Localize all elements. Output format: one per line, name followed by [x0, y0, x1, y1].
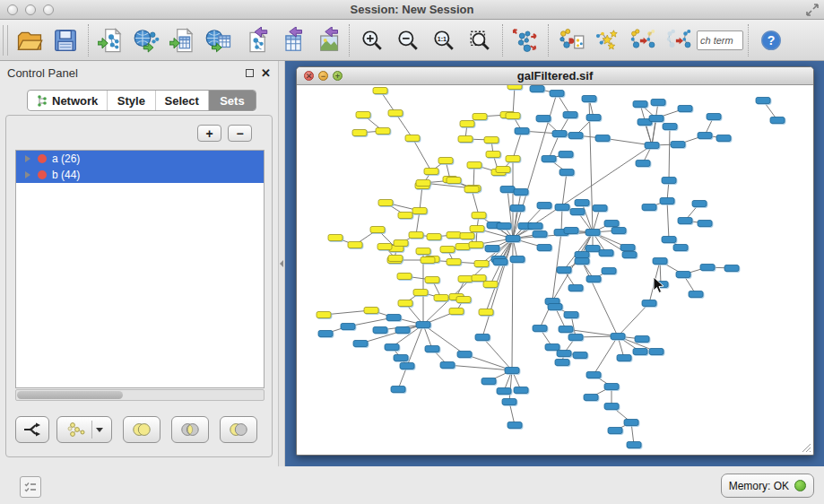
network-close-button[interactable]: ✕ [304, 71, 314, 81]
graph-node[interactable] [604, 221, 619, 227]
graph-node[interactable] [622, 252, 637, 258]
graph-node-selected[interactable] [398, 300, 412, 307]
graph-node[interactable] [756, 98, 770, 104]
graph-node[interactable] [698, 133, 712, 139]
graph-node[interactable] [595, 135, 610, 142]
graph-node-selected[interactable] [467, 162, 481, 169]
graph-node-selected[interactable] [496, 167, 510, 173]
import-table-from-url-button[interactable] [201, 22, 237, 58]
graph-node[interactable] [653, 258, 667, 265]
minimize-window-button[interactable] [25, 4, 36, 15]
graph-node-selected[interactable] [348, 242, 362, 248]
new-network-selected-nodes-all-edges-button[interactable] [625, 22, 661, 58]
graph-node-selected[interactable] [413, 290, 428, 296]
graph-node-selected[interactable] [483, 282, 498, 288]
graph-node[interactable] [475, 335, 490, 341]
graph-node[interactable] [559, 152, 573, 158]
graph-node[interactable] [497, 388, 511, 395]
graph-node[interactable] [582, 96, 596, 102]
graph-node[interactable] [555, 204, 569, 211]
panel-splitter[interactable] [278, 61, 285, 466]
close-panel-icon[interactable]: ✕ [261, 67, 271, 79]
graph-node-selected[interactable] [378, 200, 393, 206]
graph-node[interactable] [692, 201, 707, 207]
graph-node-selected[interactable] [364, 308, 378, 314]
remove-set-button[interactable]: − [228, 125, 252, 142]
graph-node[interactable] [497, 223, 511, 230]
graph-node-selected[interactable] [416, 180, 430, 187]
graph-node[interactable] [568, 335, 583, 341]
graph-node[interactable] [698, 221, 712, 227]
new-network-from-selection-button[interactable] [553, 22, 589, 58]
graph-node[interactable] [481, 378, 496, 385]
graph-node[interactable] [536, 116, 551, 122]
zoom-selected-region-button[interactable] [462, 22, 498, 58]
graph-node-selected[interactable] [376, 128, 390, 135]
graph-node[interactable] [611, 334, 625, 340]
open-session-button[interactable] [12, 22, 48, 58]
graph-node[interactable] [341, 324, 355, 330]
graph-node[interactable] [608, 428, 622, 434]
graph-node-selected[interactable] [449, 308, 464, 315]
graph-node[interactable] [642, 300, 656, 307]
export-table-button[interactable] [273, 22, 308, 58]
save-session-button[interactable] [48, 22, 83, 58]
graph-edge[interactable] [652, 118, 656, 145]
network-window[interactable]: ✕ − + galFiltered.sif [296, 66, 814, 456]
graph-node[interactable] [642, 204, 656, 211]
graph-node[interactable] [649, 349, 664, 355]
graph-node-selected[interactable] [370, 227, 385, 233]
search-input[interactable] [697, 30, 743, 50]
graph-node[interactable] [599, 250, 613, 256]
tab-network[interactable]: Network [28, 91, 108, 110]
graph-node[interactable] [545, 344, 559, 351]
graph-node[interactable] [391, 387, 405, 393]
zoom-actual-size-button[interactable]: 1:1 [426, 22, 462, 58]
graph-node[interactable] [633, 101, 647, 108]
graph-node[interactable] [533, 326, 547, 332]
disclosure-triangle-icon[interactable] [25, 155, 30, 162]
help-button[interactable]: ? [753, 22, 789, 58]
graph-node[interactable] [416, 322, 430, 328]
graph-node[interactable] [633, 349, 647, 355]
graph-node[interactable] [620, 245, 635, 251]
graph-node[interactable] [394, 355, 408, 361]
export-image-button[interactable] [308, 22, 344, 58]
graph-node-selected[interactable] [425, 277, 439, 283]
graph-node[interactable] [537, 203, 551, 209]
tab-select[interactable]: Select [156, 91, 209, 110]
graph-node-selected[interactable] [456, 297, 471, 303]
import-table-from-file-button[interactable] [165, 22, 201, 58]
show-all-nodes-edges-button[interactable] [661, 22, 697, 58]
graph-node-selected[interactable] [455, 244, 470, 250]
graph-node[interactable] [552, 131, 567, 137]
graph-node-selected[interactable] [458, 136, 473, 143]
graph-node[interactable] [514, 189, 528, 196]
float-panel-icon[interactable] [246, 69, 254, 77]
tab-style[interactable]: Style [108, 91, 155, 110]
graph-node[interactable] [564, 228, 578, 234]
graph-node[interactable] [573, 352, 587, 359]
graph-node[interactable] [515, 128, 529, 135]
graph-node[interactable] [537, 245, 551, 251]
graph-node[interactable] [624, 420, 638, 426]
memory-status-button[interactable]: Memory: OK [721, 474, 814, 498]
graph-node[interactable] [585, 246, 600, 252]
graph-node-selected[interactable] [447, 232, 461, 239]
network-window-titlebar[interactable]: ✕ − + galFiltered.sif [297, 67, 813, 85]
graph-node-selected[interactable] [328, 235, 343, 241]
graph-node-selected[interactable] [388, 110, 403, 117]
graph-node[interactable] [651, 100, 665, 106]
graph-node-selected[interactable] [377, 244, 392, 250]
graph-node[interactable] [557, 351, 571, 357]
graph-node[interactable] [575, 252, 589, 258]
intersect-sets-button[interactable] [171, 416, 209, 443]
graph-edge[interactable] [561, 207, 562, 232]
graph-node[interactable] [559, 169, 574, 176]
graph-node-selected[interactable] [473, 114, 487, 120]
graph-node[interactable] [604, 404, 619, 410]
graph-edge[interactable] [416, 211, 420, 235]
graph-edge[interactable] [513, 131, 522, 159]
graph-node-selected[interactable] [469, 242, 483, 248]
toolbar-drag-handle[interactable] [3, 25, 8, 56]
